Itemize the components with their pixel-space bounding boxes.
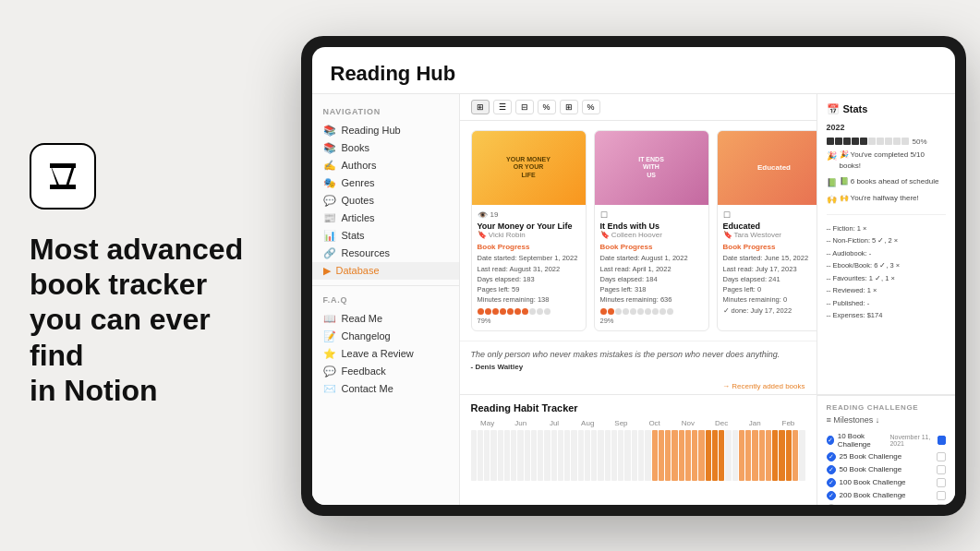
chart-cell xyxy=(779,430,784,481)
left-panel: Most advanced book tracker you can ever … xyxy=(0,0,286,551)
sidebar-label: Leave a Review xyxy=(342,348,414,359)
book-title-2: It Ends with Us xyxy=(600,222,703,232)
sidebar-item-reading-hub[interactable]: 📚 Reading Hub xyxy=(312,122,459,139)
view-toolbar: ⊞ ☰ ⊟ % ⊞ % xyxy=(460,94,817,121)
chart-cell xyxy=(638,430,644,481)
mini-dot-empty xyxy=(877,138,884,145)
sidebar-item-database[interactable]: ▶ Database xyxy=(312,262,459,280)
chart-cell xyxy=(732,430,738,481)
book-info-1: 👁️19 Your Money or Your Life 🔖 Vicki Rob… xyxy=(472,205,586,330)
board-view-btn[interactable]: % xyxy=(538,100,556,114)
chart-cell xyxy=(739,430,744,481)
book-progress-label-1: Book Progress xyxy=(478,243,580,251)
mini-dot-empty xyxy=(901,138,909,145)
sidebar-label: Articles xyxy=(342,212,375,223)
chart-section: Reading Habit Tracker May Jun Jul Aug Se… xyxy=(460,395,817,505)
sidebar-label: Changelog xyxy=(342,330,391,341)
sidebar-item-articles[interactable]: 📰 Articles xyxy=(312,210,459,227)
book-cover-3: Educated xyxy=(718,131,817,205)
check-circle-100: ✓ xyxy=(827,478,836,487)
challenge-item-500: 500 Book Challenge xyxy=(827,502,946,505)
book-title-3: Educated xyxy=(723,222,817,232)
progress-dots-1 xyxy=(478,308,580,315)
challenge-checkbox-25[interactable] xyxy=(937,452,946,461)
book-card-3[interactable]: Educated ☐ Educated 🔖 Tara Westove xyxy=(717,130,817,331)
pct-view-btn[interactable]: % xyxy=(582,100,600,114)
challenge-item-200: ✓ 200 Book Challenge xyxy=(827,489,946,502)
notion-logo xyxy=(30,143,96,210)
challenge-checkbox-50[interactable] xyxy=(937,465,946,474)
stats-title: 📅 Stats xyxy=(827,103,946,115)
genres-icon: 🎭 xyxy=(323,177,336,189)
book-info-2: ☐ It Ends with Us 🔖 Colleen Hoover Book … xyxy=(595,205,708,330)
sidebar-label: Database xyxy=(336,265,380,276)
check-circle-500 xyxy=(827,504,836,505)
authors-icon: ✍️ xyxy=(323,160,336,172)
main-content: ⊞ ☰ ⊟ % ⊞ % xyxy=(460,94,955,505)
mini-dot xyxy=(835,138,842,145)
sidebar-item-authors[interactable]: ✍️ Authors xyxy=(312,157,459,174)
sidebar-item-stats[interactable]: 📊 Stats xyxy=(312,227,459,245)
check-circle-200: ✓ xyxy=(827,491,836,500)
book-meta-2: Date started: August 1, 2022 Last read: … xyxy=(600,253,703,305)
table-view-btn[interactable]: ⊟ xyxy=(515,100,534,114)
stats-icon: 📊 xyxy=(323,230,336,242)
challenge-checkbox-200[interactable] xyxy=(937,491,946,500)
resources-icon: 🔗 xyxy=(323,247,336,259)
sidebar-item-contact[interactable]: ✉️ Contact Me xyxy=(312,380,459,398)
recently-added[interactable]: → Recently added books xyxy=(460,378,817,393)
chart-cell xyxy=(766,430,771,481)
chart-cell xyxy=(490,430,496,481)
mini-progress xyxy=(827,138,909,145)
sidebar-label: Contact Me xyxy=(342,383,393,394)
challenge-checkbox-500[interactable] xyxy=(937,504,946,505)
sidebar-item-feedback[interactable]: 💬 Feedback xyxy=(312,363,459,380)
stats-separator xyxy=(827,214,946,215)
progress-dots-2 xyxy=(600,308,703,315)
challenge-checkbox-100[interactable] xyxy=(937,478,946,487)
app-header: Reading Hub xyxy=(312,47,955,94)
chart-cell xyxy=(685,430,691,481)
chart-cell xyxy=(544,430,550,481)
challenge-left: 500 Book Challenge xyxy=(827,504,906,505)
sidebar-item-quotes[interactable]: 💬 Quotes xyxy=(312,192,459,210)
sidebar-item-review[interactable]: ⭐ Leave a Review xyxy=(312,345,459,363)
book-meta-1: Date started: September 1, 2022 Last rea… xyxy=(478,253,580,305)
sidebar-item-readme[interactable]: 📖 Read Me xyxy=(312,310,459,328)
chart-cell xyxy=(624,430,630,481)
mini-dot-empty xyxy=(868,138,876,145)
quotes-icon: 💬 xyxy=(323,195,336,207)
sidebar-item-changelog[interactable]: 📝 Changelog xyxy=(312,328,459,345)
sidebar-label: Resources xyxy=(342,247,391,258)
gallery-view-btn[interactable]: ⊞ xyxy=(471,100,490,114)
chart-cell xyxy=(564,430,570,481)
faq-section-title: F.A.Q xyxy=(312,292,459,308)
chart-title: Reading Habit Tracker xyxy=(471,402,805,413)
book-card-1[interactable]: YOUR MONEYOR YOURLIFE 👁️19 Your Money or… xyxy=(471,130,587,331)
sidebar-label: Feedback xyxy=(342,365,386,377)
sidebar-label: Read Me xyxy=(342,313,383,324)
list-view-btn[interactable]: ☰ xyxy=(493,100,512,114)
challenge-item-10: ✓ 10 Book Challenge November 11, 2021 xyxy=(827,430,946,450)
challenge-subtitle: ≡ Milestones ↓ xyxy=(827,415,946,425)
check-circle-25: ✓ xyxy=(827,452,836,461)
books-icon: 📚 xyxy=(323,142,336,154)
sidebar-item-books[interactable]: 📚 Books xyxy=(312,139,459,157)
sidebar-item-genres[interactable]: 🎭 Genres xyxy=(312,174,459,192)
sidebar-item-resources[interactable]: 🔗 Resources xyxy=(312,245,459,262)
sidebar-label: Reading Hub xyxy=(342,125,401,136)
challenge-left: ✓ 50 Book Challenge xyxy=(827,465,902,474)
book-author-3: 🔖 Tara Westover xyxy=(723,231,817,239)
book-card-2[interactable]: IT ENDSWITHUS ☐ It Ends with Us 🔖 xyxy=(594,130,709,331)
chart-cell xyxy=(698,430,704,481)
chart-cell xyxy=(471,430,477,481)
chart-cell xyxy=(719,430,724,481)
calendar-view-btn[interactable]: ⊞ xyxy=(560,100,578,114)
chart-cell xyxy=(745,430,751,481)
chart-cell xyxy=(618,430,623,481)
chart-cell xyxy=(692,430,697,481)
book-cover-2: IT ENDSWITHUS xyxy=(595,131,708,205)
chart-cell xyxy=(759,430,765,481)
challenge-checkbox-10[interactable] xyxy=(938,436,945,445)
tablet-wrapper: Reading Hub NAVIGATION 📚 Reading Hub 📚 B… xyxy=(286,0,980,551)
